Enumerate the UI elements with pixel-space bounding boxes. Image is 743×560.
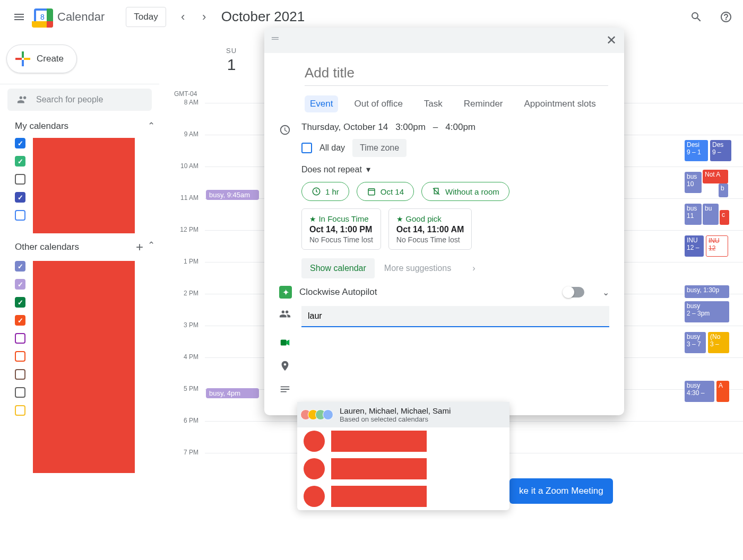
calendar-checkbox[interactable]	[15, 138, 25, 148]
time-suggestion-card[interactable]: ★ Good pickOct 14, 11:00 AMNo Focus Time…	[388, 208, 472, 250]
autocomplete-item[interactable]	[297, 427, 509, 455]
peek-event[interactable]: busy, 1:30p	[685, 285, 729, 298]
calendar-checkbox[interactable]	[15, 156, 25, 167]
hour-label: 7 PM	[184, 449, 198, 456]
all-day-checkbox[interactable]	[301, 143, 312, 153]
hour-label: 11 AM	[180, 194, 198, 202]
prev-button[interactable]: ‹	[172, 6, 194, 28]
tab-appointment-slots[interactable]: Appointment slots	[519, 95, 601, 112]
autopilot-toggle[interactable]	[563, 287, 584, 298]
peek-event[interactable]: b	[719, 183, 728, 197]
calendar-checkbox[interactable]	[15, 174, 25, 185]
peek-event[interactable]: INU12 –	[685, 235, 704, 257]
guest-autocomplete-dropdown: Lauren, Michael, Michael, Sami Based on …	[297, 402, 509, 510]
peek-event[interactable]: busy3 – 7	[685, 332, 706, 353]
calendar-event[interactable]: busy, 9:45am	[206, 190, 259, 200]
location-icon	[279, 358, 292, 374]
peek-event[interactable]: Desi9 – 1	[685, 140, 708, 161]
autocomplete-item[interactable]	[297, 483, 509, 510]
recurrence-dropdown[interactable]: Does not repeat ▾	[301, 164, 609, 174]
filter-pill[interactable]: 1 hr	[301, 182, 349, 201]
show-calendar-button[interactable]: Show calendar	[301, 258, 375, 278]
create-label: Create	[37, 54, 64, 64]
search-people-placeholder: Search for people	[36, 95, 103, 104]
app-logo[interactable]: 8 Calendar	[32, 6, 105, 28]
calendar-icon: 8	[32, 6, 53, 28]
hour-label: 3 PM	[184, 321, 198, 329]
peek-event[interactable]: busy4:30 –	[685, 381, 714, 402]
peek-event[interactable]: INU12	[706, 235, 728, 257]
close-icon[interactable]: ✕	[606, 33, 617, 48]
event-type-tabs: EventOut of officeTaskReminderAppointmen…	[305, 95, 609, 112]
video-icon	[279, 335, 292, 351]
hour-label: 1 PM	[184, 258, 198, 265]
other-calendars-list	[0, 261, 159, 473]
peek-event[interactable]: busy2 – 3pm	[685, 301, 729, 322]
calendar-checkbox[interactable]	[15, 279, 25, 290]
peek-event[interactable]: (No3 –	[708, 332, 729, 353]
calendar-event[interactable]: busy, 4pm	[206, 388, 259, 398]
calendar-checkbox[interactable]	[15, 369, 25, 380]
calendar-checkbox[interactable]	[15, 351, 25, 362]
add-calendar-button[interactable]: +	[136, 240, 143, 255]
event-create-modal: ═ ✕ EventOut of officeTaskReminderAppoin…	[264, 28, 624, 415]
calendar-checkbox[interactable]	[15, 297, 25, 308]
peek-event[interactable]: bu	[703, 204, 719, 225]
chevron-up-icon: ⌃	[148, 240, 155, 255]
filter-pill[interactable]: Oct 14	[357, 182, 414, 201]
peek-event[interactable]: Not A	[703, 170, 728, 183]
peek-event[interactable]: c	[720, 210, 729, 225]
add-guests-input[interactable]	[301, 306, 609, 327]
chevron-down-icon[interactable]: ⌄	[602, 287, 609, 298]
event-end-time[interactable]: 4:00pm	[445, 122, 476, 133]
calendar-checkbox[interactable]	[15, 387, 25, 398]
hour-label: 6 PM	[184, 417, 198, 424]
calendar-checkbox[interactable]	[15, 333, 25, 344]
day-column-header[interactable]: SU 1	[205, 47, 258, 74]
main-menu-button[interactable]	[6, 4, 32, 30]
more-suggestions-button[interactable]: More suggestions ›	[384, 264, 476, 273]
clockwise-label: Clockwise Autopilot	[299, 287, 556, 298]
event-date[interactable]: Thursday, October 14	[301, 122, 388, 133]
filter-pill[interactable]: Without a room	[421, 182, 509, 201]
today-button[interactable]: Today	[126, 7, 166, 27]
timezone-label: GMT-04	[174, 90, 197, 98]
sidebar: Create Search for people My calendars ⌃ …	[0, 34, 159, 473]
autocomplete-item[interactable]: Lauren, Michael, Michael, Sami Based on …	[297, 402, 509, 427]
calendar-checkbox[interactable]	[15, 210, 25, 221]
calendar-checkbox[interactable]	[15, 261, 25, 272]
tab-task[interactable]: Task	[419, 95, 448, 112]
zoom-meeting-button[interactable]: ke it a Zoom Meeting	[509, 478, 613, 504]
peek-event[interactable]: A	[716, 381, 729, 402]
hour-label: 4 PM	[184, 353, 198, 361]
autocomplete-item[interactable]	[297, 455, 509, 483]
tab-reminder[interactable]: Reminder	[459, 95, 508, 112]
calendar-checkbox[interactable]	[15, 315, 25, 326]
peek-event[interactable]: bus11	[685, 204, 702, 225]
chevron-down-icon: ▾	[366, 164, 370, 174]
my-calendars-header[interactable]: My calendars ⌃	[0, 114, 159, 138]
tab-event[interactable]: Event	[305, 95, 338, 112]
guests-icon	[279, 306, 292, 322]
my-calendars-list	[0, 138, 159, 233]
timezone-button[interactable]: Time zone	[352, 139, 407, 157]
clockwise-icon: ✦	[279, 286, 292, 299]
hour-label: 5 PM	[184, 385, 198, 392]
search-icon[interactable]	[686, 6, 707, 28]
tab-out-of-office[interactable]: Out of office	[349, 95, 408, 112]
event-start-time[interactable]: 3:00pm	[395, 122, 426, 133]
create-button[interactable]: Create	[6, 45, 77, 73]
help-icon[interactable]	[715, 6, 737, 28]
event-title-input[interactable]	[305, 60, 608, 86]
next-button[interactable]: ›	[194, 6, 215, 28]
time-suggestion-card[interactable]: ★ In Focus TimeOct 14, 1:00 PMNo Focus T…	[301, 208, 381, 250]
peek-event[interactable]: Des9 –	[710, 140, 731, 161]
chevron-right-icon: ›	[472, 264, 475, 273]
other-calendars-header[interactable]: Other calendars + ⌃	[0, 233, 159, 261]
drag-handle-icon[interactable]: ═	[272, 33, 277, 48]
search-people-input[interactable]: Search for people	[7, 89, 152, 111]
peek-event[interactable]: bus10	[685, 172, 702, 193]
calendar-checkbox[interactable]	[15, 192, 25, 203]
calendar-checkbox[interactable]	[15, 405, 25, 416]
svg-rect-1	[368, 189, 375, 195]
